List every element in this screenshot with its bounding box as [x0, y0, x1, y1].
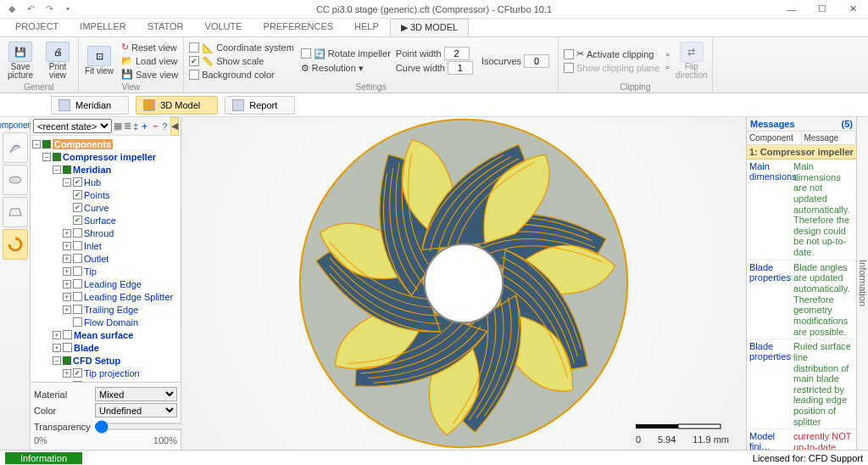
components-sidebar: Components — [0, 117, 31, 450]
group-general-label: General — [3, 82, 75, 92]
tb-expand-icon[interactable]: ‡ — [133, 120, 138, 132]
clip-hint-icon: ▫ — [665, 48, 671, 60]
isocurves-input[interactable] — [524, 54, 549, 68]
redo-icon[interactable]: ↷ — [42, 3, 56, 16]
show-scale-toggle[interactable]: 📏Show scale — [187, 55, 296, 68]
curve-width-input[interactable] — [448, 61, 473, 75]
messages-title: Messages — [750, 119, 795, 129]
save-picture-button[interactable]: 💾Save picture — [3, 42, 37, 80]
load-view-button[interactable]: 📂Load view — [120, 54, 180, 67]
view-tab-meridian[interactable]: Meridian — [51, 96, 129, 115]
menu-tabs: PROJECT IMPELLER STATOR VOLUTE PREFERENC… — [0, 19, 868, 37]
tab-volute[interactable]: VOLUTE — [195, 19, 253, 36]
scale-bar: 05.9411.9 mm — [636, 421, 729, 445]
tree-pane: <recent state> ▦ ≣ ‡ ＋ － ? ◀ −Components… — [31, 117, 181, 450]
tb-icon-1[interactable]: ▦ — [114, 120, 122, 132]
svg-point-2 — [425, 244, 503, 322]
color-label: Color — [34, 406, 92, 416]
messages-list[interactable]: 1: Compressor impeller Main dimensionsMa… — [747, 145, 856, 450]
svg-rect-3 — [636, 424, 678, 429]
messages-pane: Messages(5) ComponentMessage 1: Compress… — [746, 117, 856, 450]
component-tree[interactable]: −Components −Compressor impeller −Meridi… — [31, 136, 181, 382]
msg-row: Main dimensionsMain dimensions are not u… — [747, 160, 856, 261]
transparency-label: Transparency — [34, 422, 91, 432]
point-width-label: Point width — [396, 48, 442, 59]
group-view-label: View — [82, 82, 180, 92]
properties-panel: MaterialMixed ColorUndefined Transparenc… — [31, 382, 181, 450]
state-select[interactable]: <recent state> — [33, 119, 112, 133]
close-button[interactable]: ✕ — [837, 0, 868, 19]
msg-row: Blade propertiesBlade angles are updated… — [747, 261, 856, 339]
group-settings-label: Settings — [187, 82, 554, 92]
curve-width-label: Curve width — [396, 63, 445, 73]
tab-stator[interactable]: STATOR — [137, 19, 195, 36]
tab-help[interactable]: HELP — [344, 19, 390, 36]
msg-row: Blade propertiesRuled surface line distr… — [747, 339, 856, 429]
svg-point-0 — [9, 176, 21, 183]
color-select[interactable]: Undefined — [95, 403, 177, 417]
messages-count: (5) — [842, 119, 853, 129]
app-icon: ◆ — [5, 3, 19, 16]
isocurves-label: Isocurves — [481, 56, 521, 66]
tab-project[interactable]: PROJECT — [5, 19, 70, 36]
tree-toolbar: <recent state> ▦ ≣ ‡ ＋ － ? ◀ — [31, 117, 181, 136]
reset-view-button[interactable]: ↻Reset view — [120, 41, 180, 53]
3d-viewport[interactable]: 05.9411.9 mm — [181, 117, 746, 450]
tab-impeller[interactable]: IMPELLER — [70, 19, 136, 36]
svg-rect-4 — [678, 424, 721, 429]
group-clipping-label: Clipping — [562, 82, 709, 92]
tb-remove-icon[interactable]: － — [151, 120, 160, 132]
fit-view-button[interactable]: ⊡Fit view — [82, 46, 116, 76]
show-clipping-plane-toggle: Show clipping plane — [562, 62, 661, 74]
print-view-button[interactable]: 🖨Print view — [41, 42, 75, 80]
view-tab-3d-model[interactable]: 3D Model — [136, 96, 218, 115]
main-area: Components <recent state> ▦ ≣ ‡ ＋ － ? ◀ … — [0, 117, 868, 450]
title-bar: ◆ ↶ ↷ ▾ CC pi3.0 stage (generic).cft (Co… — [0, 0, 868, 19]
material-select[interactable]: Mixed — [95, 387, 177, 401]
minimize-button[interactable]: — — [776, 0, 807, 19]
tb-add-icon[interactable]: ＋ — [140, 120, 149, 132]
status-information[interactable]: Information — [5, 452, 82, 464]
bg-color-toggle[interactable]: Background color — [187, 69, 296, 81]
maximize-button[interactable]: ☐ — [807, 0, 837, 19]
material-label: Material — [34, 389, 92, 400]
activate-clipping-toggle[interactable]: ✂Activate clipping — [562, 48, 661, 60]
undo-icon[interactable]: ↶ — [24, 3, 37, 16]
coord-system-toggle[interactable]: 📐Coordinate system — [187, 42, 296, 54]
tab-3d-model[interactable]: ▶ 3D MODEL — [390, 19, 469, 36]
view-tab-report[interactable]: Report — [225, 96, 295, 115]
flip-direction-button: ⇄Flip direction — [675, 42, 709, 80]
component-diffuser-icon[interactable] — [3, 197, 28, 227]
component-impeller-icon[interactable] — [3, 132, 28, 163]
component-stator-icon[interactable] — [3, 165, 28, 195]
msg-row: Model fini…currently NOT up-to-date — [747, 429, 856, 450]
tab-preferences[interactable]: PREFERENCES — [253, 19, 345, 36]
information-tab[interactable]: Information — [856, 117, 868, 450]
clip-hint-icon2: ▫ — [665, 61, 671, 73]
collapse-tree-button[interactable]: ◀ — [170, 117, 179, 136]
save-view-button[interactable]: 💾Save view — [120, 68, 180, 81]
point-width-input[interactable] — [444, 47, 470, 60]
license-label: Licensed for: CFD Support — [753, 453, 863, 463]
ribbon: 💾Save picture 🖨Print view General ⊡Fit v… — [0, 37, 868, 93]
component-volute-icon[interactable] — [3, 229, 28, 260]
resolution-dropdown[interactable]: ⚙Resolution ▾ — [299, 62, 392, 75]
impeller-rendering — [286, 105, 642, 462]
qat-dropdown-icon[interactable]: ▾ — [61, 3, 75, 16]
tb-icon-2[interactable]: ≣ — [124, 120, 131, 132]
rotate-impeller-toggle[interactable]: 🔄Rotate impeller — [299, 48, 392, 60]
window-title: CC pi3.0 stage (generic).cft (Compressor… — [0, 4, 868, 14]
msg-group-1[interactable]: 1: Compressor impeller — [747, 145, 856, 160]
tb-help-icon[interactable]: ? — [162, 120, 167, 132]
